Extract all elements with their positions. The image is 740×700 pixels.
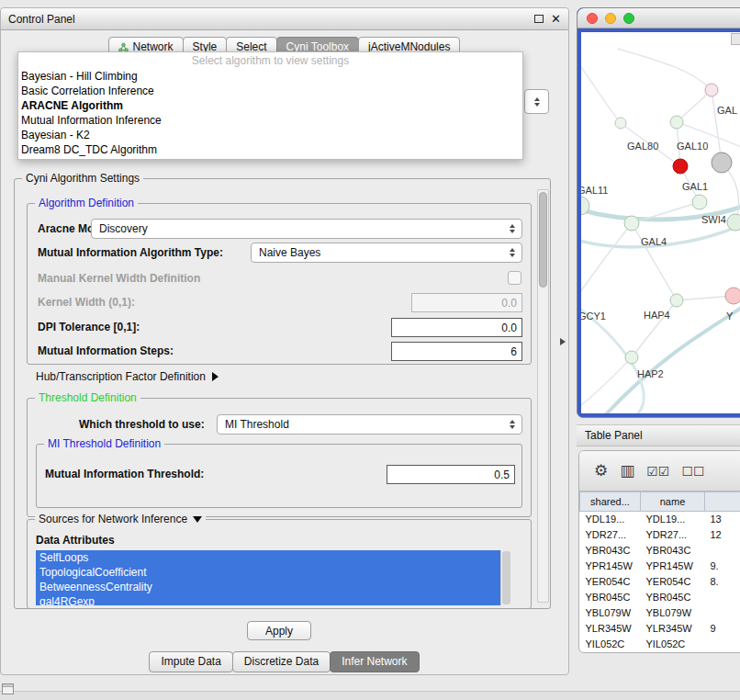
algorithm-option-bayesian-k2[interactable]: Bayesian - K2 [18, 128, 522, 142]
algorithm-option-basic-correlation-inference[interactable]: Basic Correlation Inference [18, 84, 522, 98]
network-edge[interactable] [581, 60, 621, 123]
columns-icon[interactable]: ▥ [620, 463, 634, 479]
zoom-traffic-light-icon[interactable] [623, 13, 634, 24]
apply-button[interactable]: Apply [247, 621, 311, 640]
algorithm-option-dream8-dc-tdc-algorithm[interactable]: Dream8 DC_TDC Algorithm [18, 142, 522, 157]
splitter-collapse-arrow-icon[interactable] [560, 338, 566, 345]
attribute-item-gal4rgexp[interactable]: gal4RGexp [36, 594, 500, 605]
algorithm-option-mutual-information-inference[interactable]: Mutual Information Inference [18, 113, 522, 128]
close-icon[interactable]: ✕ [551, 13, 561, 25]
network-node[interactable] [624, 216, 639, 231]
attributes-scrollbar-thumb[interactable] [502, 551, 510, 604]
table-cell: YBR045C [641, 590, 705, 605]
hub-section-toggle[interactable]: Hub/Transcription Factor Definition [36, 368, 219, 385]
data-attributes-list[interactable]: SelfLoopsTopologicalCoefficientBetweenne… [36, 550, 511, 605]
column-header[interactable]: shared... [580, 492, 641, 512]
bottom-tabs: Impute DataDiscretize DataInfer Network [1, 651, 568, 672]
which-threshold-select[interactable]: MI Threshold [217, 414, 522, 435]
network-window-titlebar[interactable] [577, 8, 740, 28]
table-cell: YBR043C [641, 543, 705, 559]
network-edge[interactable] [677, 90, 712, 122]
network-edge[interactable] [632, 223, 677, 300]
table-cell: YBL079W [641, 605, 705, 621]
close-traffic-light-icon[interactable] [587, 13, 598, 24]
table-cell: 8. [705, 574, 740, 590]
table-cell: 9 [705, 621, 740, 637]
cyni-settings-group-title: Cyni Algorithm Settings [22, 172, 143, 186]
kernel-width-label: Kernel Width (0,1): [38, 292, 135, 312]
gear-icon[interactable]: ⚙ [594, 463, 608, 479]
manual-kernel-width-checkbox[interactable] [508, 271, 521, 285]
hub-section-label: Hub/Transcription Factor Definition [36, 370, 206, 383]
data-attributes-label: Data Attributes [36, 530, 115, 550]
mi-algorithm-type-select[interactable]: Naive Bayes [251, 243, 522, 263]
algorithm-option-aracne-algorithm[interactable]: ARACNE Algorithm [18, 98, 522, 113]
attribute-item-betweennesscentrality[interactable]: BetweennessCentrality [36, 580, 500, 594]
column-header[interactable]: name [641, 492, 705, 512]
mi-steps-label: Mutual Information Steps: [38, 341, 174, 361]
float-window-icon[interactable] [534, 15, 544, 23]
control-panel-title: Control Panel [8, 13, 75, 26]
minimize-traffic-light-icon[interactable] [605, 13, 616, 24]
network-graph[interactable]: GALGAL80GAL10GAL11GAL1SWI4GAL4GCY1HAP4YH… [581, 32, 740, 413]
table-row[interactable]: YIL052CYIL052C [580, 637, 740, 652]
bottom-tab-discretize-data[interactable]: Discretize Data [232, 651, 331, 672]
kernel-width-input: 0.0 [411, 293, 522, 312]
mi-threshold-input[interactable]: 0.5 [387, 465, 515, 484]
dpi-tolerance-label: DPI Tolerance [0,1]: [38, 317, 140, 337]
mi-steps-input[interactable]: 6 [391, 342, 522, 361]
control-panel-titlebar[interactable]: Control Panel ✕ [1, 8, 568, 30]
network-node[interactable] [692, 195, 707, 209]
network-node[interactable] [673, 159, 688, 174]
table-cell: YDR27... [580, 527, 641, 543]
table-row[interactable]: YBR045CYBR045C [580, 590, 740, 605]
network-node[interactable] [615, 118, 626, 129]
restore-panel-icon[interactable] [2, 683, 14, 694]
table-row[interactable]: YDR27...YDR27...12 [580, 527, 740, 543]
table-row[interactable]: YBR043CYBR043C [580, 543, 740, 559]
table-cell: YDL19... [580, 512, 641, 527]
bottom-tab-impute-data[interactable]: Impute Data [149, 651, 232, 672]
network-edge[interactable] [581, 357, 632, 409]
network-node[interactable] [705, 84, 718, 96]
network-canvas[interactable]: GALGAL80GAL10GAL11GAL1SWI4GAL4GCY1HAP4YH… [581, 32, 740, 413]
table-row[interactable]: YBL079WYBL079W [580, 605, 740, 621]
aracne-mode-select[interactable]: Discovery [91, 219, 522, 239]
network-icon [118, 42, 129, 52]
table-row[interactable]: YLR345WYLR345W9 [580, 621, 740, 637]
network-edge[interactable] [712, 90, 722, 163]
checked-columns-icon[interactable]: ☑☑ [646, 465, 669, 478]
network-scroll-button[interactable] [731, 33, 740, 45]
table-cell: YIL052C [641, 637, 705, 652]
node-attribute-table: shared...name YDL19...YDL19...13YDR27...… [579, 491, 740, 652]
unchecked-columns-icon[interactable]: ☐☐ [681, 465, 704, 478]
network-edge[interactable] [618, 49, 712, 90]
column-header[interactable] [705, 492, 740, 512]
table-row[interactable]: YPR145WYPR145W9. [580, 559, 740, 574]
network-node[interactable] [725, 288, 740, 304]
dpi-tolerance-input[interactable]: 0.0 [391, 318, 522, 337]
network-node[interactable] [670, 116, 683, 129]
expand-triangle-icon [212, 372, 219, 381]
algorithm-combobox[interactable] [524, 89, 549, 114]
table-row[interactable]: YER054CYER054C8. [580, 574, 740, 590]
table-panel-header[interactable]: Table Panel [577, 424, 740, 446]
network-node[interactable] [712, 152, 732, 173]
attribute-item-topologicalcoefficient[interactable]: TopologicalCoefficient [36, 565, 500, 580]
settings-scrollbar-thumb[interactable] [539, 192, 547, 288]
settings-scrollbar[interactable] [537, 189, 549, 603]
network-edge[interactable] [581, 223, 632, 299]
which-threshold-label: Which threshold to use: [79, 414, 205, 435]
attributes-scrollbar[interactable] [500, 550, 511, 605]
table-row[interactable]: YDL19...YDL19...13 [580, 512, 740, 527]
network-node[interactable] [727, 214, 740, 231]
attribute-item-selfloops[interactable]: SelfLoops [36, 550, 500, 565]
network-node[interactable] [625, 351, 638, 364]
sources-section-toggle[interactable]: Sources for Network Inference [35, 513, 206, 526]
network-node[interactable] [670, 294, 683, 307]
algorithm-option-bayesian-hill-climbing[interactable]: Bayesian - Hill Climbing [18, 69, 522, 84]
combo-arrows-icon [510, 224, 515, 233]
bottom-tab-infer-network[interactable]: Infer Network [330, 651, 419, 672]
node-label: Y [726, 310, 734, 322]
table-cell [705, 637, 740, 652]
